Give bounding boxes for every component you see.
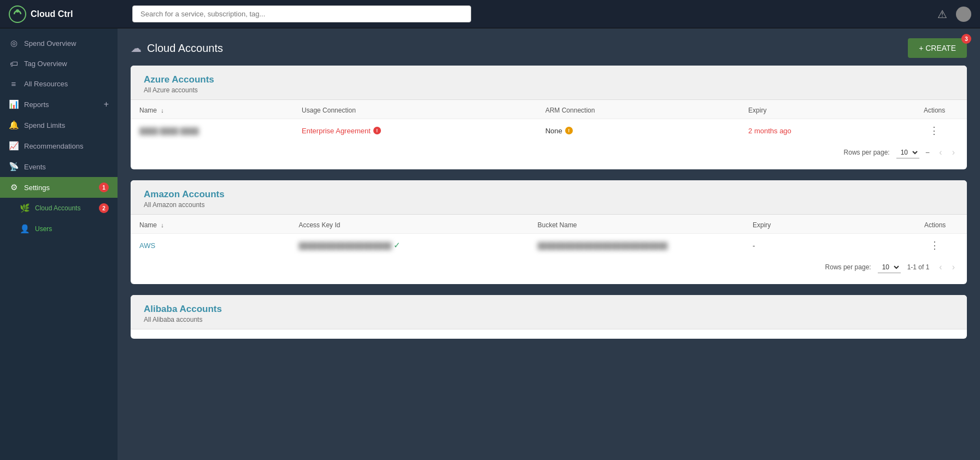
sidebar-item-cloud-accounts[interactable]: 🌿 Cloud Accounts 2 (0, 198, 118, 219)
amazon-col-name: Name ↓ (131, 215, 290, 234)
settings-icon: ⚙ (9, 182, 19, 192)
cloud-accounts-icon: 🌿 (20, 203, 30, 213)
sidebar-item-spend-overview[interactable]: ◎ Spend Overview (0, 33, 118, 54)
azure-accounts-section: Azure Accounts All Azure accounts Name ↓… (131, 66, 967, 169)
amazon-page-info: 1-1 of 1 (907, 263, 930, 271)
events-icon: 📡 (9, 162, 19, 172)
amazon-row-bucket: ████████████████████████████ (529, 234, 744, 257)
amazon-next-page-button[interactable]: › (949, 261, 958, 273)
amazon-name-sort-arrow[interactable]: ↓ (161, 222, 164, 228)
sidebar-label-reports: Reports (24, 101, 98, 109)
sidebar-item-all-resources[interactable]: ≡ All Resources (0, 74, 118, 94)
azure-section-header: Azure Accounts All Azure accounts (131, 66, 967, 100)
alibaba-section-subtitle: All Alibaba accounts (144, 316, 954, 323)
azure-table-wrap: Name ↓ Usage Connection ARM Connection E… (131, 100, 967, 169)
page-title-area: ☁ Cloud Accounts (131, 42, 223, 55)
amazon-rows-per-page-label: Rows per page: (825, 263, 871, 271)
azure-rows-per-page-label: Rows per page: (844, 149, 890, 156)
sidebar-label-settings: Settings (24, 184, 93, 192)
name-sort-arrow[interactable]: ↓ (161, 107, 164, 114)
table-row: AWS ████████████████████ ✓ █████████████… (131, 234, 967, 257)
arm-warn-dot: ! (565, 127, 573, 134)
all-resources-icon: ≡ (9, 79, 19, 89)
create-button-label: + CREATE (919, 44, 956, 52)
azure-pagination: Rows per page: 10 25 50 – ‹ › (131, 142, 967, 165)
sidebar-label-spend-limits: Spend Limits (24, 121, 109, 129)
amazon-table-head: Name ↓ Access Key Id Bucket Name Expiry … (131, 215, 967, 234)
search-bar[interactable] (132, 5, 471, 22)
amazon-section-title: Amazon Accounts (144, 189, 954, 200)
page-header: ☁ Cloud Accounts + CREATE 3 (118, 28, 980, 66)
svg-point-1 (16, 9, 19, 13)
azure-section-subtitle: All Azure accounts (144, 86, 954, 94)
amazon-row-expiry: - (744, 234, 903, 257)
sidebar: ◎ Spend Overview 🏷 Tag Overview ≡ All Re… (0, 28, 118, 460)
amazon-pagination: Rows per page: 10 25 50 1-1 of 1 ‹ › (131, 257, 967, 280)
sidebar-item-recommendations[interactable]: 📈 Recommendations (0, 135, 118, 156)
azure-page-nav: ‹ › (936, 146, 958, 158)
azure-table-body: ████ ████ ████ Enterprise Agreement ! (131, 119, 967, 143)
alibaba-section-title: Alibaba Accounts (144, 304, 954, 315)
spend-limits-icon: 🔔 (9, 120, 19, 130)
azure-row-menu-button[interactable]: ⋮ (929, 125, 940, 136)
sidebar-item-tag-overview[interactable]: 🏷 Tag Overview (0, 54, 118, 74)
avatar-icon[interactable] (956, 7, 971, 22)
amazon-rows-per-page-select[interactable]: 10 25 50 (878, 262, 901, 273)
amazon-prev-page-button[interactable]: ‹ (936, 261, 945, 273)
usage-error-dot: ! (373, 127, 381, 134)
alert-icon[interactable]: ⚠ (937, 8, 947, 21)
azure-rows-per-page-select[interactable]: 10 25 50 (896, 147, 919, 158)
topbar: Cloud Ctrl ⚠ (0, 0, 980, 28)
sidebar-label-users: Users (35, 225, 109, 233)
main-content: ☁ Cloud Accounts + CREATE 3 Azure Accoun… (118, 28, 980, 460)
alibaba-section-header: Alibaba Accounts All Alibaba accounts (131, 295, 967, 329)
users-icon: 👤 (20, 224, 30, 234)
recommendations-icon: 📈 (9, 141, 19, 151)
tag-overview-icon: 🏷 (9, 59, 19, 68)
create-button[interactable]: + CREATE 3 (908, 38, 967, 58)
sidebar-label-all-resources: All Resources (24, 80, 109, 88)
azure-col-usage: Usage Connection (293, 100, 537, 119)
sidebar-label-recommendations: Recommendations (24, 142, 109, 150)
sidebar-label-events: Events (24, 163, 109, 171)
cloud-accounts-badge: 2 (99, 203, 109, 213)
app-name: Cloud Ctrl (31, 9, 73, 19)
amazon-col-expiry: Expiry (744, 215, 903, 234)
sidebar-item-spend-limits[interactable]: 🔔 Spend Limits (0, 115, 118, 135)
content-area: Azure Accounts All Azure accounts Name ↓… (118, 66, 980, 363)
azure-table-head: Name ↓ Usage Connection ARM Connection E… (131, 100, 967, 119)
azure-row-actions: ⋮ (902, 119, 967, 143)
azure-row-expiry: 2 months ago (740, 119, 902, 143)
table-row: ████ ████ ████ Enterprise Agreement ! (131, 119, 967, 143)
azure-col-arm: ARM Connection (537, 100, 740, 119)
amazon-row-actions: ⋮ (903, 234, 967, 257)
amazon-table: Name ↓ Access Key Id Bucket Name Expiry … (131, 215, 967, 257)
amazon-row-access-key: ████████████████████ ✓ (290, 234, 529, 257)
logo-icon (9, 5, 26, 23)
azure-prev-page-button[interactable]: ‹ (936, 146, 945, 158)
amazon-page-nav: ‹ › (936, 261, 958, 273)
layout: ◎ Spend Overview 🏷 Tag Overview ≡ All Re… (0, 28, 980, 460)
sidebar-item-reports[interactable]: 📊 Reports + (0, 94, 118, 115)
azure-row-name: ████ ████ ████ (131, 119, 293, 143)
access-key-check-icon: ✓ (394, 240, 401, 250)
sidebar-item-events[interactable]: 📡 Events (0, 156, 118, 177)
sidebar-item-settings[interactable]: ⚙ Settings 1 (0, 177, 118, 198)
azure-row-usage: Enterprise Agreement ! (293, 119, 537, 143)
sidebar-item-users[interactable]: 👤 Users (0, 219, 118, 239)
reports-add-icon[interactable]: + (104, 99, 109, 109)
azure-col-actions: Actions (902, 100, 967, 119)
amazon-row-menu-button[interactable]: ⋮ (930, 240, 940, 251)
azure-next-page-button[interactable]: › (949, 146, 958, 158)
amazon-col-access-key: Access Key Id (290, 215, 529, 234)
app-logo: Cloud Ctrl (9, 5, 124, 23)
page-cloud-icon: ☁ (131, 42, 142, 55)
spend-overview-icon: ◎ (9, 38, 19, 48)
amazon-row-name: AWS (131, 234, 290, 257)
amazon-table-wrap: Name ↓ Access Key Id Bucket Name Expiry … (131, 215, 967, 284)
azure-table: Name ↓ Usage Connection ARM Connection E… (131, 100, 967, 142)
reports-icon: 📊 (9, 99, 19, 109)
amazon-accounts-section: Amazon Accounts All Amazon accounts Name… (131, 180, 967, 284)
search-input[interactable] (132, 5, 471, 22)
amazon-section-header: Amazon Accounts All Amazon accounts (131, 180, 967, 215)
